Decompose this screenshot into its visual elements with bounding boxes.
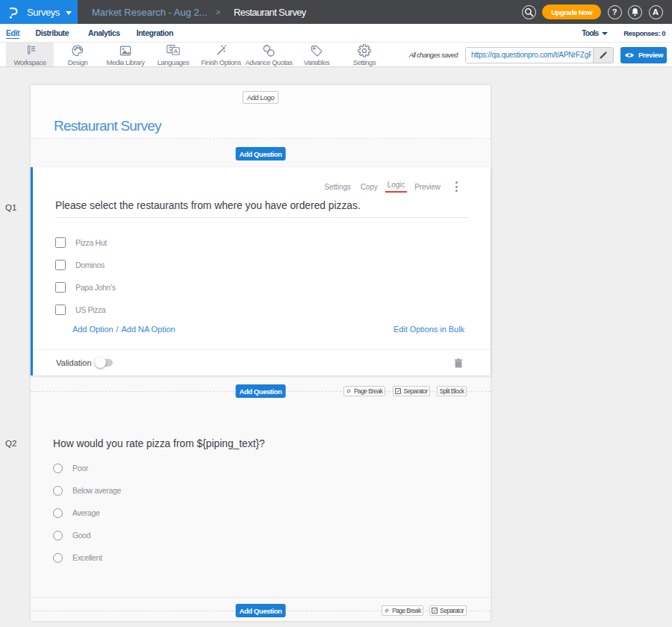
question-logic-link[interactable]: Logic [385,181,407,193]
page-break-button[interactable]: Page Break [382,605,423,616]
toolbar-item-label: Variables [304,58,329,66]
insert-buttons: Page Break Separator Split Block [343,386,467,396]
question-card-q1[interactable]: Settings Copy Logic Preview Please selec… [31,167,491,375]
question-number-q1: Q1 [5,203,16,212]
design-icon [71,44,84,57]
account-button[interactable]: A [649,5,663,19]
breadcrumb-current: Restaurant Survey [234,7,306,18]
answer-option-row: Below average [53,479,491,502]
toolbar-item-finish-options[interactable]: Finish Options [197,43,245,66]
breadcrumb-parent[interactable]: Market Research - Aug 2... [92,7,208,18]
advance-quotas-icon [262,44,276,57]
option-checkbox[interactable] [55,237,66,248]
variables-icon [310,44,323,57]
question-copy-link[interactable]: Copy [361,183,378,191]
toolbar-item-workspace[interactable]: Workspace [6,43,54,66]
option-checkbox[interactable] [55,260,66,270]
survey-url-input[interactable] [466,48,593,63]
question-text-field[interactable]: How would you rate pizza from ${piping_t… [31,402,491,449]
option-label[interactable]: Average [72,508,99,517]
question-text-field[interactable]: Please select the restaurants from where… [55,200,468,218]
answer-option-row: Papa John's [55,276,491,299]
toolbar-item-variables[interactable]: Variables [293,43,340,66]
nav-tab[interactable]: Edit [6,28,19,37]
brand-menu[interactable]: Surveys [0,0,78,24]
split-block-button[interactable]: Split Block [437,386,467,396]
tools-menu[interactable]: Tools [582,29,608,37]
survey-title[interactable]: Restaurant Survey [54,118,491,134]
add-question-button[interactable]: Add Question [236,147,286,160]
toolbar-item-settings[interactable]: Settings [340,43,388,66]
upgrade-now-button[interactable]: Upgrade Now [542,4,601,19]
page-break-button[interactable]: Page Break [343,386,385,396]
finish-options-icon [214,44,228,57]
answer-option-row: Poor [53,457,491,479]
breadcrumb: Market Research - Aug 2... > Restaurant … [92,0,306,24]
question-preview-link[interactable]: Preview [414,183,441,191]
answer-option-row: Good [53,524,491,546]
option-label[interactable]: US Pizza [75,305,105,314]
section-nav: Edit Distribute Analytics Integration To… [0,24,672,43]
delete-question-button[interactable] [454,358,463,368]
question-more-menu[interactable] [455,181,458,193]
validation-label: Validation [56,358,92,367]
separator-button[interactable]: Separator [429,605,467,616]
option-checkbox[interactable] [55,282,66,293]
validation-row: Validation [33,349,491,375]
question-card-q2[interactable]: How would you rate pizza from ${piping_t… [31,402,491,597]
toolbar-item-design[interactable]: Design [54,43,102,66]
toolbar-item-label: Settings [353,58,376,66]
question-actions: Settings Copy Logic Preview [33,167,491,192]
search-button[interactable] [522,5,536,19]
option-label[interactable]: Good [72,531,90,540]
nav-tab[interactable]: Distribute [36,28,69,37]
toolbar-item-label: Finish Options [201,58,241,66]
preview-button[interactable]: Preview [620,47,667,63]
option-label[interactable]: Excellent [72,553,102,562]
toolbar-item-advance-quotas[interactable]: Advance Quotas [245,43,293,66]
pencil-icon [599,51,608,60]
answer-option-row: US Pizza [55,299,491,321]
answer-option-row: Average [53,502,491,524]
toolbar-item-label: Workspace [14,58,46,66]
search-icon [524,7,534,17]
option-radio[interactable] [53,531,63,540]
questionpro-logo-icon [9,6,18,19]
option-label[interactable]: Below average [72,486,121,495]
page-break-icon [346,388,352,394]
add-option-link[interactable]: Add Option [72,325,113,334]
toolbar-item-label: Design [68,58,88,66]
nav-tab[interactable]: Analytics [88,28,120,37]
add-na-option-link[interactable]: Add NA Option [122,325,175,334]
validation-toggle[interactable] [98,359,113,366]
add-question-button[interactable]: Add Question [236,384,286,398]
autosave-status: All changes saved [409,51,458,59]
toolbar-item-media-library[interactable]: Media Library [102,43,149,66]
option-radio[interactable] [53,464,63,473]
toolbar-item-languages[interactable]: Languages [149,43,197,66]
option-radio[interactable] [53,508,63,518]
responses-count[interactable]: Responses: 0 [623,29,665,37]
survey-editor: Add Logo Restaurant Survey Add Question … [31,85,491,621]
question-text: Please select the restaurants from where… [55,200,468,211]
help-button[interactable]: ? [608,5,622,19]
nav-tab[interactable]: Integration [137,28,173,37]
survey-header-block: Add Logo Restaurant Survey [31,85,491,139]
question-text: How would you rate pizza from ${piping_t… [53,438,468,449]
add-logo-button[interactable]: Add Logo [243,91,279,104]
edit-url-button[interactable] [593,48,613,63]
option-radio[interactable] [53,553,63,563]
option-label[interactable]: Dominos [75,261,105,269]
add-question-strip-middle: Add Question Page Break Separator [31,375,491,402]
option-label[interactable]: Pizza Hut [75,238,107,247]
option-label[interactable]: Poor [72,464,88,472]
separator-button[interactable]: Separator [393,386,430,396]
add-question-button[interactable]: Add Question [236,604,286,617]
option-checkbox[interactable] [55,305,66,315]
question-settings-link[interactable]: Settings [324,183,350,191]
edit-options-in-bulk-link[interactable]: Edit Options in Bulk [393,325,464,334]
notifications-button[interactable] [628,5,642,19]
option-radio[interactable] [53,486,63,496]
option-label[interactable]: Papa John's [75,283,116,292]
toolbar-item-label: Media Library [106,58,144,66]
